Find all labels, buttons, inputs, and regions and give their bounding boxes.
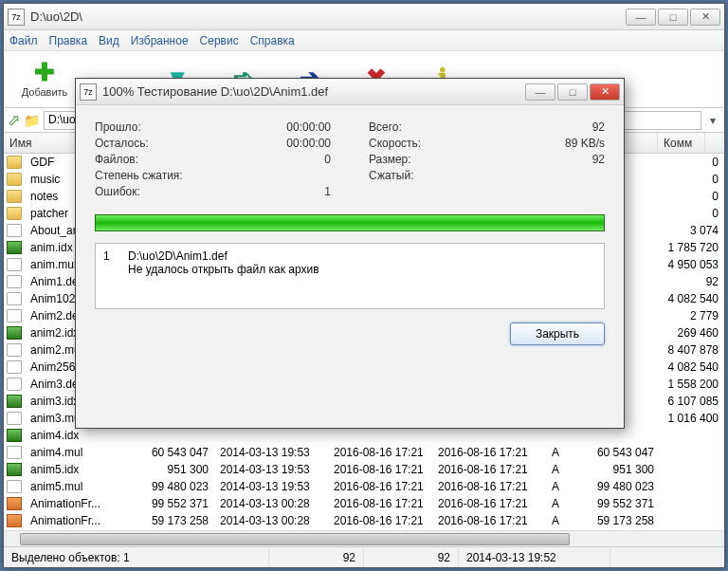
log-path: D:\uo\2D\Anim1.def	[128, 249, 319, 263]
status-selection: Выделено объектов: 1	[4, 549, 269, 566]
statusbar: Выделено объектов: 1 92 92 2014-03-13 19…	[4, 546, 724, 567]
file-packed: 99 480 023	[574, 479, 660, 494]
stat-label: Скорость:	[369, 137, 421, 150]
file-icon	[7, 446, 22, 459]
file-packed: 951 300	[574, 462, 660, 477]
list-item[interactable]: AnimationFr...99 552 3712014-03-13 00:28…	[4, 495, 724, 512]
file-created: 2016-08-16 17:21	[328, 513, 432, 528]
maximize-button[interactable]: □	[658, 9, 688, 26]
stat-value: 00:00:00	[286, 137, 331, 150]
idx-icon	[7, 429, 22, 442]
file-name: AnimationFr...	[25, 513, 129, 528]
folder-icon	[7, 190, 22, 203]
file-icon	[7, 480, 22, 493]
stat-value: 0	[324, 153, 331, 166]
stat-value: 00:00:00	[286, 120, 331, 134]
idx-icon	[7, 241, 22, 254]
file-created: 2016-08-16 17:21	[328, 496, 432, 511]
file-size: 99 552 371	[129, 496, 214, 511]
file-name: AnimationFr...	[25, 496, 129, 511]
file-icon	[7, 258, 22, 271]
minimize-button[interactable]: —	[626, 9, 656, 26]
file-icon	[7, 224, 22, 237]
file-attr: A	[537, 513, 574, 528]
dialog-title: 100% Тестирование D:\uo\2D\Anim1.def	[102, 84, 525, 99]
progress-dialog: 7z 100% Тестирование D:\uo\2D\Anim1.def …	[75, 78, 625, 429]
stat-value: 92	[592, 153, 605, 166]
dialog-titlebar: 7z 100% Тестирование D:\uo\2D\Anim1.def …	[76, 79, 624, 105]
dialog-close-button[interactable]: ✕	[590, 83, 620, 101]
file-packed	[546, 434, 724, 436]
list-item[interactable]: anim4.idx	[4, 427, 724, 444]
stat-label: Осталось:	[95, 137, 149, 150]
stat-label: Степень сжатия:	[95, 169, 183, 182]
file-accessed: 2016-08-16 17:21	[432, 479, 537, 494]
close-button[interactable]: ✕	[690, 9, 720, 26]
folder-icon	[7, 173, 22, 186]
idx-icon	[7, 395, 22, 408]
stat-value: 1	[324, 185, 331, 198]
stat-value: 89 KB/s	[565, 137, 605, 150]
scrollbar-thumb[interactable]	[20, 533, 570, 545]
file-name: anim4.mul	[25, 445, 129, 460]
path-dropdown-icon[interactable]: ▾	[705, 114, 720, 127]
stat-label: Сжатый:	[369, 169, 414, 182]
log-index: 1	[103, 249, 117, 303]
column-header[interactable]: Комм	[658, 133, 705, 153]
file-icon	[7, 292, 22, 305]
file-accessed: 2016-08-16 17:21	[432, 496, 537, 511]
file-accessed: 2016-08-16 17:21	[432, 445, 537, 460]
file-modified: 2014-03-13 19:53	[214, 445, 328, 460]
stat-label: Файлов:	[95, 153, 138, 166]
file-name: anim5.idx	[25, 462, 129, 477]
dialog-maximize-button[interactable]: □	[557, 83, 588, 101]
toolbar-btn-0[interactable]: ✚Добавить	[11, 53, 78, 106]
file-size: 951 300	[129, 462, 214, 477]
of-icon	[7, 497, 22, 510]
dialog-app-icon: 7z	[80, 83, 97, 101]
menu-edit[interactable]: Правка	[49, 34, 88, 47]
file-modified: 2014-03-13 00:28	[214, 513, 328, 528]
file-icon	[7, 275, 22, 288]
file-packed: 99 552 371	[574, 496, 660, 511]
file-modified: 2014-03-13 19:53	[214, 462, 328, 477]
menu-tools[interactable]: Сервис	[200, 34, 239, 47]
status-time: 2014-03-13 19:52	[459, 549, 610, 566]
file-icon	[7, 309, 22, 322]
up-icon[interactable]: ⬀	[8, 111, 20, 129]
file-icon	[7, 378, 22, 391]
list-item[interactable]: AnimationFr...59 173 2582014-03-13 00:28…	[4, 512, 724, 529]
menu-help[interactable]: Справка	[250, 34, 295, 47]
list-item[interactable]: anim4.mul60 543 0472014-03-13 19:532016-…	[4, 444, 724, 461]
folder-icon	[7, 207, 22, 220]
file-accessed: 2016-08-16 17:21	[432, 513, 537, 528]
main-title: D:\uo\2D\	[30, 9, 626, 24]
menu-file[interactable]: Файл	[9, 34, 38, 47]
toolbar-icon: ✚	[29, 62, 60, 84]
file-name: anim4.idx	[25, 428, 129, 443]
file-created: 2016-08-16 17:21	[328, 479, 432, 494]
stat-label: Размер:	[369, 153, 411, 166]
close-dialog-button[interactable]: Закрыть	[510, 322, 605, 345]
file-icon	[7, 412, 22, 425]
status-size2: 92	[364, 549, 459, 566]
file-size: 59 173 258	[129, 513, 214, 528]
folder-icon	[7, 156, 22, 169]
file-icon	[7, 343, 22, 357]
file-attr: A	[537, 479, 574, 494]
list-item[interactable]: anim5.idx951 3002014-03-13 19:532016-08-…	[4, 461, 724, 478]
stat-value: 92	[592, 120, 605, 134]
h-scrollbar[interactable]	[4, 530, 724, 546]
file-size: 99 480 023	[129, 479, 214, 494]
file-icon	[7, 360, 22, 374]
app-icon: 7z	[8, 9, 25, 26]
menu-fav[interactable]: Избранное	[131, 34, 189, 47]
error-log[interactable]: 1 D:\uo\2D\Anim1.def Не удалось открыть …	[95, 243, 605, 309]
file-created: 2016-08-16 17:21	[328, 445, 432, 460]
menu-view[interactable]: Вид	[99, 34, 119, 47]
file-attr: A	[537, 496, 574, 511]
file-packed: 59 173 258	[574, 513, 660, 528]
stat-label: Прошло:	[95, 120, 141, 134]
dialog-minimize-button[interactable]: —	[525, 83, 555, 101]
list-item[interactable]: anim5.mul99 480 0232014-03-13 19:532016-…	[4, 478, 724, 495]
